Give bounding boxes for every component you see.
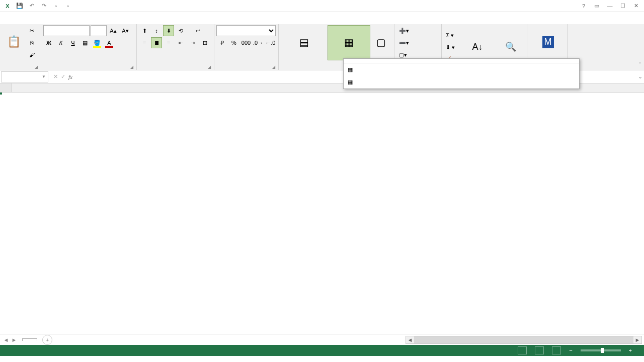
page-break-view-icon[interactable] [552,346,561,354]
format-painter-icon[interactable]: 🖌 [26,49,37,60]
ribbon-display-icon[interactable]: ▭ [591,1,603,11]
comma-icon[interactable]: 000 [240,37,252,48]
italic-icon[interactable]: К [55,37,66,48]
scroll-left-icon[interactable]: ◄ [406,337,414,343]
zoom-in-icon[interactable]: + [629,347,632,353]
select-all-corner[interactable] [0,83,12,92]
horizontal-scrollbar[interactable]: ◄ ► [406,336,642,344]
font-size-input[interactable] [91,25,107,36]
new-table-style[interactable]: ▦ [344,63,579,76]
qat-icon-2[interactable]: ▫ [62,1,73,11]
conditional-formatting-button[interactable]: ▤ [281,25,328,60]
undo-icon[interactable]: ↶ [26,1,37,11]
save-icon[interactable]: 💾 [14,1,25,11]
new-pivot-style-icon: ▦ [348,79,353,85]
paste-button[interactable]: 📋 [2,25,25,59]
sheet-nav-prev-icon[interactable]: ◄ [2,337,10,343]
bold-icon[interactable]: Ж [43,37,54,48]
decrease-indent-icon[interactable]: ⇤ [175,37,186,48]
group-font: ◢ [43,69,134,70]
decrease-decimal-icon[interactable]: ←.0 [265,37,276,48]
decrease-font-icon[interactable]: A▾ [120,25,131,36]
font-color-icon[interactable]: A [104,37,115,48]
cancel-formula-icon[interactable]: ✕ [53,73,58,80]
border-icon[interactable]: ▦ [79,37,91,48]
autosum-icon[interactable]: Σ ▾ [444,30,456,41]
fill-color-icon[interactable]: 🪣 [92,37,103,48]
qat-icon-1[interactable]: ▫ [50,1,61,11]
format-as-table-button[interactable]: ▦ [328,25,370,60]
align-right-icon[interactable]: ≡ [163,37,174,48]
number-format-select[interactable] [216,25,276,36]
help-icon[interactable]: ? [578,1,590,11]
copy-icon[interactable]: ⎘ [26,37,37,48]
enter-formula-icon[interactable]: ✓ [61,73,65,80]
sheet-nav-next-icon[interactable]: ► [10,337,18,343]
underline-icon[interactable]: Ч [67,37,78,48]
ribbon-tabs [0,12,644,24]
dialog-launcher-icon[interactable]: ◢ [208,65,211,69]
orientation-icon[interactable]: ⟲ [175,25,186,36]
normal-view-icon[interactable] [518,346,527,354]
find-icon: 🔍 [505,42,516,52]
align-left-icon[interactable]: ≡ [139,37,150,48]
mindmanager-icon: M [542,36,554,48]
redo-icon[interactable]: ↷ [38,1,49,11]
zoom-slider[interactable] [581,349,621,351]
format-table-icon: ▦ [344,37,354,48]
new-table-style-icon: ▦ [348,66,353,73]
increase-font-icon[interactable]: A▴ [108,25,119,36]
fill-icon[interactable]: ⬇ ▾ [444,42,456,53]
excel-icon: X [2,1,13,11]
insert-cells-button[interactable]: ➕ ▾ [396,25,412,36]
dialog-launcher-icon[interactable]: ◢ [272,65,275,69]
maximize-icon[interactable]: ☐ [617,1,629,11]
page-layout-view-icon[interactable] [535,346,544,354]
zoom-out-icon[interactable]: − [569,347,572,353]
font-name-input[interactable] [43,25,90,36]
merge-icon[interactable]: ⊞ [199,37,210,48]
dialog-launcher-icon[interactable]: ◢ [35,65,38,69]
cut-icon[interactable]: ✂ [26,25,37,36]
wrap-text-icon[interactable]: ↩ [192,25,203,36]
mindmanager-button[interactable]: M [529,25,567,60]
align-middle-icon[interactable]: ↕ [151,25,162,36]
currency-icon[interactable]: ₽ [216,37,227,48]
collapse-ribbon-icon[interactable]: ˆ [639,62,641,68]
conditional-formatting-icon: ▤ [299,37,309,48]
delete-cells-button[interactable]: ➖ ▾ [396,37,412,48]
table-styles-gallery: ▦ ▦ [343,58,580,89]
sheet-tab[interactable] [22,338,37,341]
percent-icon[interactable]: % [228,37,239,48]
cell-styles-icon: ▢ [376,37,386,48]
cell-styles-button[interactable]: ▢ [370,25,392,60]
group-alignment: ◢ [139,69,212,70]
fx-icon[interactable]: fx [68,74,72,80]
minimize-icon[interactable]: — [604,1,616,11]
align-center-icon[interactable]: ≣ [151,37,162,48]
expand-formula-bar-icon[interactable]: ⌄ [636,73,644,80]
chevron-down-icon[interactable]: ▼ [42,74,46,79]
close-icon[interactable]: ✕ [630,1,642,11]
add-sheet-icon[interactable]: + [42,335,52,345]
scroll-right-icon[interactable]: ► [633,337,641,343]
increase-indent-icon[interactable]: ⇥ [187,37,198,48]
clipboard-icon: 📋 [7,36,21,48]
name-box[interactable]: ▼ [1,71,48,82]
dialog-launcher-icon[interactable]: ◢ [130,65,133,69]
group-clipboard: ◢ [2,69,39,70]
new-pivot-style[interactable]: ▦ [344,76,579,88]
increase-decimal-icon[interactable]: .0→ [253,37,264,48]
sort-icon: A↓ [472,42,483,52]
group-number: ◢ [216,69,276,70]
align-bottom-icon[interactable]: ⬇ [163,25,174,36]
align-top-icon[interactable]: ⬆ [139,25,150,36]
